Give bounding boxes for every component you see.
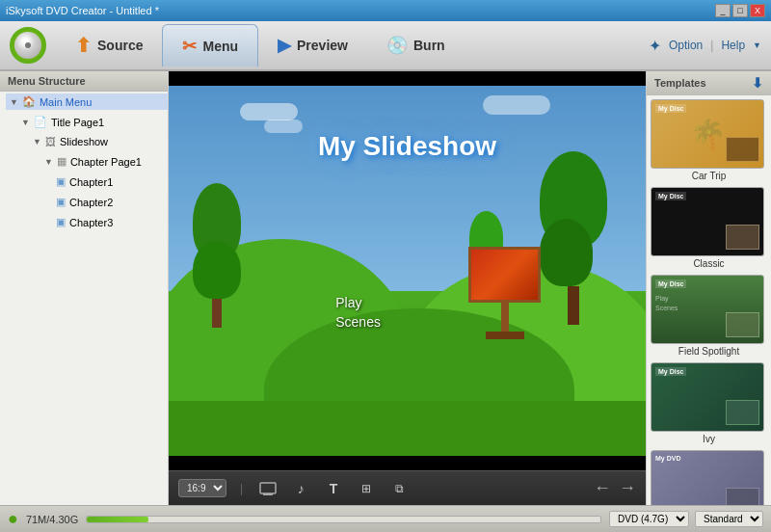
tree-item-chapter1[interactable]: ▣ Chapter1 [0, 172, 168, 192]
arrow-icon: ▼ [21, 118, 30, 127]
template-my-dvd[interactable]: My DVD My DVD [651, 450, 767, 505]
tree-item-title-page[interactable]: ▼ 📄 Title Page1 [0, 112, 168, 132]
preview-icon: ▶ [278, 35, 291, 56]
scene-thumbnail-frame [468, 247, 541, 339]
dvd-menu-items: Play Scenes [335, 291, 381, 333]
tree-item-chapter2[interactable]: ▣ Chapter2 [0, 192, 168, 212]
display-mode-button[interactable] [256, 477, 279, 500]
app-title-area: iSkysoft DVD Creator - Untitled * [6, 5, 159, 16]
next-button[interactable]: → [619, 478, 636, 498]
template-label-ivy: Ivy [651, 434, 767, 444]
chapter-page-label: Chapter Page1 [70, 156, 142, 168]
progress-bar-fill [87, 517, 148, 522]
slideshow-icon: 🖼 [45, 136, 56, 147]
tree-item-chapter-page[interactable]: ▼ ▦ Chapter Page1 [0, 151, 168, 172]
dvd-scene-title: My Slideshow [318, 131, 496, 162]
template-thumb-my-dvd: My DVD [651, 450, 764, 505]
grid-button[interactable]: ⊞ [355, 477, 378, 500]
dvd-scene: My Slideshow Play Scenes [169, 71, 646, 470]
tab-source[interactable]: ⬆ Source [56, 24, 162, 66]
window-controls[interactable]: _ □ X [715, 4, 765, 17]
cloud3 [483, 95, 550, 115]
menu-icon: ✂ [182, 36, 197, 57]
dvd-play-item[interactable]: Play [335, 295, 381, 310]
arrow-icon: ▼ [10, 97, 18, 107]
audio-icon: ♪ [298, 481, 305, 496]
template-field-spotlight[interactable]: My Disc Play Scenes Field Spotlight [651, 275, 767, 357]
sidebar: Menu Structure ▼ 🏠 Main Menu ▼ 📄 Title P… [0, 71, 169, 505]
template-thumb-car-trip: My Disc 🌴 [651, 99, 764, 169]
status-right: DVD (4.7G) DVD (8.5G) Standard High [609, 511, 763, 527]
dvd-scenes-item[interactable]: Scenes [335, 314, 381, 330]
text-icon: T [330, 481, 338, 496]
tab-preview[interactable]: ▶ Preview [258, 24, 367, 66]
main-toolbar: ⬆ Source ✂ Menu ▶ Preview 💿 Burn ✦ Optio… [0, 21, 771, 71]
quality-select[interactable]: Standard High [695, 511, 763, 527]
crop-button[interactable]: ⧉ [387, 477, 411, 500]
disc-icon [14, 32, 41, 59]
svg-rect-1 [263, 493, 273, 495]
disc-type-select[interactable]: DVD (4.7G) DVD (8.5G) [609, 511, 689, 527]
tab-menu[interactable]: ✂ Menu [162, 24, 258, 66]
templates-header: Templates ⬇ [647, 71, 771, 95]
tree-item-main-menu[interactable]: ▼ 🏠 Main Menu [0, 92, 168, 112]
template-label-car-trip: Car Trip [651, 171, 767, 181]
template-classic[interactable]: My Disc Classic [651, 187, 767, 269]
template-label-field-spotlight: Field Spotlight [651, 346, 767, 357]
toolbar-sep: | [710, 39, 713, 52]
cloud1 [240, 103, 298, 120]
toolbar-right: ✦ Option | Help ▼ [649, 37, 761, 55]
status-size: 71M/4.30G [26, 514, 78, 525]
arrow-icon: ▼ [33, 137, 41, 146]
progress-bar-container [86, 516, 601, 523]
video-preview: My Slideshow Play Scenes [169, 71, 646, 470]
audio-button[interactable]: ♪ [289, 477, 312, 500]
chapter1-label: Chapter1 [69, 176, 113, 188]
aspect-ratio-select[interactable]: 16:9 4:3 [178, 479, 226, 497]
templates-panel: Templates ⬇ My Disc 🌴 Car Trip My Disc C… [646, 71, 771, 505]
source-icon: ⬆ [75, 34, 92, 57]
crop-icon: ⧉ [395, 482, 404, 495]
arrow-icon: ▼ [44, 157, 53, 167]
template-thumb-classic: My Disc [651, 187, 764, 256]
minimize-button[interactable]: _ [715, 4, 731, 17]
text-button[interactable]: T [322, 477, 345, 500]
chapter2-label: Chapter2 [69, 197, 113, 208]
download-icon[interactable]: ⬇ [752, 75, 763, 91]
tab-source-label: Source [97, 38, 143, 53]
tab-burn-label: Burn [413, 38, 445, 53]
template-ivy[interactable]: My Disc Ivy [651, 362, 767, 444]
prev-button[interactable]: ← [594, 478, 611, 498]
template-thumb-field-spotlight: My Disc Play Scenes [651, 275, 764, 344]
template-thumb-ivy: My Disc [651, 362, 764, 432]
home-icon: 🏠 [22, 95, 36, 108]
star-icon: ✦ [649, 37, 661, 55]
tree-item-slideshow[interactable]: ▼ 🖼 Slideshow [0, 132, 168, 151]
tab-menu-label: Menu [202, 39, 238, 54]
app-logo [10, 27, 46, 64]
ctrl-separator: | [240, 482, 243, 495]
chapter-page-icon: ▦ [57, 155, 66, 168]
maximize-button[interactable]: □ [732, 4, 748, 17]
option-button[interactable]: Option [669, 39, 703, 52]
cloud2 [264, 120, 303, 133]
main-menu-label: Main Menu [40, 96, 92, 108]
tree-item-chapter3[interactable]: ▣ Chapter3 [0, 212, 168, 232]
preview-controls: 16:9 4:3 | ♪ T ⊞ ⧉ [169, 470, 646, 505]
burn-icon: 💿 [386, 35, 408, 56]
chapter-icon: ▣ [56, 175, 66, 188]
close-button[interactable]: X [750, 4, 765, 17]
template-car-trip[interactable]: My Disc 🌴 Car Trip [651, 99, 767, 181]
preview-area: My Slideshow Play Scenes [169, 71, 646, 505]
tab-burn[interactable]: 💿 Burn [367, 24, 465, 66]
chapter3-label: Chapter3 [69, 217, 113, 228]
help-arrow-icon: ▼ [753, 40, 761, 50]
help-button[interactable]: Help [721, 39, 745, 52]
template-label-classic: Classic [651, 258, 767, 269]
app-title: iSkysoft DVD Creator - Untitled * [6, 5, 159, 16]
svg-rect-0 [260, 483, 276, 493]
tree-right-large [540, 151, 607, 325]
chapter-icon: ▣ [56, 196, 66, 208]
chapter-icon: ▣ [56, 216, 66, 228]
templates-list[interactable]: My Disc 🌴 Car Trip My Disc Classic My Di… [647, 95, 771, 505]
